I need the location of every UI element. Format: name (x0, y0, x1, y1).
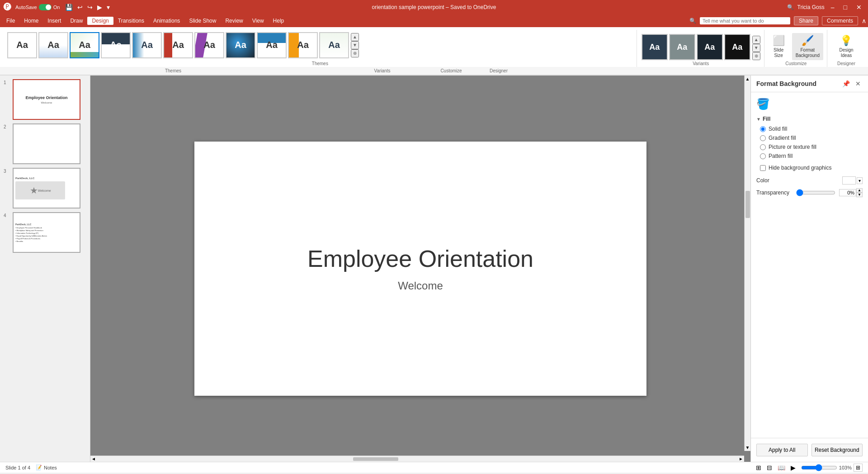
menu-view[interactable]: View (248, 17, 269, 25)
picture-fill-radio[interactable] (760, 144, 766, 150)
theme-integral[interactable]: Aa (101, 32, 131, 58)
themes-more[interactable]: ⊕ (351, 49, 359, 57)
close-button[interactable]: ✕ (854, 3, 864, 12)
comments-button[interactable]: Comments (822, 16, 858, 25)
gradient-fill-option[interactable]: Gradient fill (760, 135, 863, 141)
normal-view-button[interactable]: ⊞ (756, 464, 761, 471)
fit-slide-button[interactable]: ⊞ (854, 464, 863, 472)
menu-insert[interactable]: Insert (43, 17, 66, 25)
transparency-slider[interactable] (796, 189, 835, 196)
redo-button[interactable]: ↪ (85, 3, 94, 12)
slide-preview-2[interactable] (13, 123, 80, 164)
fill-section-header[interactable]: ▼ Fill (756, 116, 863, 122)
variant-3[interactable]: Aa (697, 34, 723, 60)
scroll-thumb[interactable] (745, 191, 750, 218)
variant-1[interactable]: Aa (642, 34, 668, 60)
menu-file[interactable]: File (2, 17, 19, 25)
slide-sorter-button[interactable]: ⊟ (767, 464, 772, 471)
menu-help[interactable]: Help (269, 17, 289, 25)
color-swatch[interactable] (842, 176, 856, 185)
autosave-toggle[interactable] (39, 4, 52, 10)
format-background-button[interactable]: 🖌️ FormatBackground (792, 33, 823, 60)
variants-scroll-down[interactable]: ▼ (752, 44, 760, 52)
picture-fill-option[interactable]: Picture or texture fill (760, 144, 863, 150)
menu-transitions[interactable]: Transitions (113, 17, 149, 25)
menu-design[interactable]: Design (87, 17, 113, 25)
slide-thumb-1[interactable]: 1 Employee Orientation Welcome (4, 79, 86, 120)
theme-ion-light[interactable]: Aa (319, 32, 349, 58)
menu-slideshow[interactable]: Slide Show (184, 17, 221, 25)
theme-office[interactable]: Aa (38, 32, 68, 58)
scroll-left-button[interactable]: ◄ (90, 455, 97, 462)
menu-review[interactable]: Review (221, 17, 247, 25)
menu-draw[interactable]: Draw (66, 17, 87, 25)
reset-background-button[interactable]: Reset Background (811, 444, 863, 456)
color-label: Color (756, 177, 769, 184)
gradient-fill-radio[interactable] (760, 135, 766, 141)
themes-scroll-up[interactable]: ▲ (351, 33, 359, 41)
theme-slice[interactable]: Aa (194, 32, 224, 58)
theme-retrospect[interactable]: Aa (163, 32, 193, 58)
design-ideas-button[interactable]: 💡 DesignIdeas (835, 33, 857, 60)
customize-qa-button[interactable]: ▾ (105, 3, 112, 12)
panel-close-button[interactable]: ✕ (854, 79, 863, 88)
slide-thumb-4[interactable]: 4 ParkDeck, LLC • Employee Personnel Han… (4, 212, 86, 253)
variant-4[interactable]: Aa (724, 34, 750, 60)
restore-button[interactable]: □ (841, 3, 850, 12)
notes-button[interactable]: 📝 Notes (36, 465, 57, 470)
scroll-down-button[interactable]: ▼ (745, 444, 750, 451)
slide-thumb-2[interactable]: 2 (4, 123, 86, 164)
pattern-fill-radio[interactable] (760, 153, 766, 159)
slide-preview-4[interactable]: ParkDeck, LLC • Employee Personnel Handb… (13, 212, 80, 253)
horizontal-scrollbar[interactable]: ◄ ► (90, 455, 744, 462)
transparency-input[interactable] (839, 189, 856, 196)
slideshow-button[interactable]: ▶ (791, 464, 796, 471)
menu-animations[interactable]: Animations (149, 17, 184, 25)
hide-graphics-checkbox[interactable] (760, 165, 766, 171)
theme-badge[interactable]: Aa (226, 32, 255, 58)
designer-section-label: Designer (481, 68, 517, 73)
transparency-down[interactable]: ▼ (856, 193, 863, 197)
format-bg-label: FormatBackground (796, 47, 820, 58)
slide-thumb-3[interactable]: 3 ParkDeck, LLC ★ Welcome (4, 168, 86, 209)
pattern-fill-label: Pattern fill (769, 153, 793, 159)
pattern-fill-option[interactable]: Pattern fill (760, 153, 863, 159)
panel-pin-button[interactable]: 📌 (840, 79, 852, 88)
variant-2[interactable]: Aa (669, 34, 695, 60)
themes-scroll-down[interactable]: ▼ (351, 41, 359, 49)
collapse-ribbon-button[interactable]: ∧ (862, 17, 866, 24)
vertical-scrollbar[interactable]: ▲ ▼ (744, 76, 750, 451)
menu-home[interactable]: Home (19, 17, 43, 25)
variants-scroll-up[interactable]: ▲ (752, 36, 760, 44)
color-dropdown-button[interactable]: ▾ (857, 177, 863, 184)
variants-group-label: Variants (693, 60, 709, 67)
transparency-up[interactable]: ▲ (856, 188, 863, 193)
share-button[interactable]: Share (794, 16, 818, 25)
hscroll-thumb[interactable] (353, 457, 398, 461)
paint-bucket-icon: 🪣 (756, 98, 770, 110)
solid-fill-radio[interactable] (760, 126, 766, 132)
theme-gallery[interactable]: Aa (288, 32, 318, 58)
undo-button[interactable]: ↩ (75, 3, 85, 12)
hide-graphics-option[interactable]: Hide background graphics (756, 165, 863, 171)
theme-blank[interactable]: Aa (7, 32, 37, 58)
slide-preview-3[interactable]: ParkDeck, LLC ★ Welcome (13, 168, 80, 209)
minimize-button[interactable]: – (828, 3, 837, 12)
scroll-right-button[interactable]: ► (738, 455, 744, 462)
theme-facet[interactable]: Aa (70, 32, 99, 58)
slide-size-button[interactable]: ⬜ SlideSize (769, 33, 788, 60)
slide-canvas: Employee Orientation Welcome (194, 142, 646, 396)
apply-to-all-button[interactable]: Apply to All (756, 444, 808, 456)
title-bar-left: 🅟 AutoSave On 💾 ↩ ↪ ▶ ▾ (4, 3, 112, 12)
reading-view-button[interactable]: 📖 (778, 464, 785, 471)
theme-berlin[interactable]: Aa (257, 32, 287, 58)
scroll-up-button[interactable]: ▲ (745, 76, 750, 82)
variants-more[interactable]: ⊕ (752, 52, 760, 60)
save-button[interactable]: 💾 (63, 3, 75, 12)
solid-fill-option[interactable]: Solid fill (760, 126, 863, 132)
theme-ion[interactable]: Aa (132, 32, 162, 58)
search-input[interactable] (700, 17, 790, 24)
slide-preview-1[interactable]: Employee Orientation Welcome (13, 79, 80, 120)
present-button[interactable]: ▶ (95, 3, 104, 12)
zoom-slider[interactable] (801, 464, 837, 471)
